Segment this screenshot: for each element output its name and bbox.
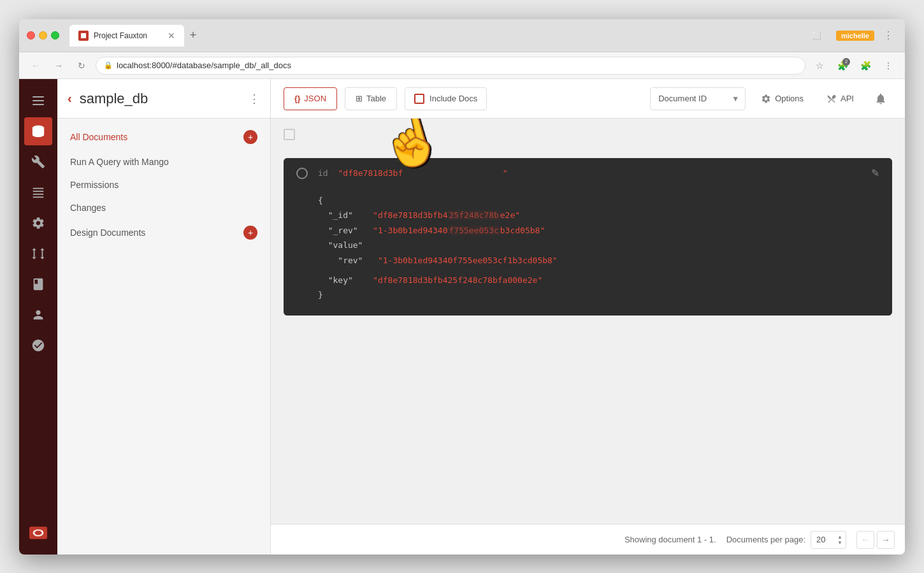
document-body: { "_id" "df8e7818d3bfb425f248c78be2e" "_… (284, 188, 892, 316)
json-view-button[interactable]: {} JSON (284, 87, 337, 110)
new-tab-button[interactable]: + (184, 27, 202, 45)
sidebar-icon-list[interactable] (24, 178, 52, 207)
edit-document-button[interactable]: ✎ (871, 167, 879, 179)
gear-icon (31, 216, 45, 230)
footer: Showing document 1 - 1. Documents per pa… (271, 524, 905, 555)
sidebar-icon-menu[interactable] (24, 87, 52, 115)
include-docs-label: Include Docs (430, 94, 477, 103)
include-docs-checkbox[interactable] (414, 94, 424, 104)
nav-item-changes-label: Changes (70, 203, 106, 213)
sidebar-icon-docs[interactable] (24, 270, 52, 298)
sidebar-icons (19, 79, 57, 555)
reload-button[interactable]: ↻ (73, 57, 90, 75)
svg-rect-2 (33, 191, 44, 192)
document-select-radio[interactable] (296, 168, 308, 179)
more-options-icon[interactable]: ⋮ (879, 57, 897, 75)
app-container: ‹ sample_db ⋮ All Documents + Run A Quer… (19, 79, 905, 555)
sidebar-icon-database[interactable] (24, 117, 52, 145)
api-button[interactable]: API (819, 87, 862, 110)
close-button[interactable] (27, 31, 35, 40)
toolbar-right: Options API (753, 87, 892, 110)
nav-item-design-docs-label: Design Documents (70, 228, 145, 238)
nav-item-permissions-label: Permissions (70, 180, 119, 190)
content-area: id "df8e7818d3bfb425f248c78bfa000e2e" ✎ … (271, 119, 905, 524)
address-text: localhost:8000/#database/sample_db/_all_… (117, 61, 291, 70)
select-all-checkbox[interactable] (284, 129, 295, 140)
tab-favicon (78, 31, 89, 41)
tab-title: Project Fauxton (94, 31, 147, 40)
list-icon (31, 185, 45, 199)
nav-item-run-query-label: Run A Query with Mango (70, 157, 169, 167)
showing-documents-text: Showing document 1 - 1. (624, 535, 716, 544)
include-docs-button[interactable]: Include Docs (405, 87, 487, 110)
browser-titlebar: Project Fauxton ✕ + ⬜ michelle ⋮ (19, 19, 905, 52)
json-button-label: JSON (304, 94, 326, 103)
svg-rect-3 (33, 194, 44, 195)
doc-id-dropdown-wrapper: Document ID Created Date Modified Date ▼ (650, 87, 746, 110)
sidebar-icon-tools[interactable] (24, 148, 52, 176)
table-icon: ⊞ (356, 94, 363, 103)
sidebar-icon-replication[interactable] (24, 240, 52, 268)
per-page-label: Documents per page: (726, 535, 805, 544)
prev-page-button[interactable]: ← (856, 531, 874, 549)
options-button[interactable]: Options (753, 87, 811, 110)
sidebar-icon-couchdb[interactable] (24, 519, 52, 547)
minimize-button[interactable] (39, 31, 47, 40)
chrome-extension-icon[interactable]: 🧩 (856, 57, 874, 75)
doc-id-sort-dropdown[interactable]: Document ID Created Date Modified Date (650, 87, 746, 110)
browser-menu-icon[interactable]: ⋮ (879, 27, 897, 45)
back-to-databases-button[interactable]: ‹ (68, 91, 72, 106)
doc-id-text: id "df8e7818d3bfb425f248c78bfa000e2e" (318, 168, 508, 178)
nav-item-permissions[interactable]: Permissions (57, 173, 270, 196)
arrows-icon (31, 247, 45, 261)
doc-field-key: "key" "df8e7818d3bfb425f248c78bfa000e2e" (318, 273, 879, 287)
browser-nav: ← → ↻ 🔒 localhost:8000/#database/sample_… (19, 52, 905, 79)
db-sidebar: ‹ sample_db ⋮ All Documents + Run A Quer… (57, 79, 271, 555)
forward-button[interactable]: → (50, 57, 68, 75)
nav-item-all-documents[interactable]: All Documents + (57, 124, 270, 150)
address-bar[interactable]: 🔒 localhost:8000/#database/sample_db/_al… (96, 57, 805, 75)
maximize-button[interactable] (51, 31, 59, 40)
document-card: id "df8e7818d3bfb425f248c78bfa000e2e" ✎ … (284, 158, 892, 316)
nav-item-run-query[interactable]: Run A Query with Mango (57, 150, 270, 173)
table-view-button[interactable]: ⊞ Table (345, 87, 397, 110)
sidebar-icon-user[interactable] (24, 301, 52, 329)
next-page-button[interactable]: → (877, 531, 895, 549)
notifications-button[interactable] (869, 87, 892, 110)
api-icon (827, 94, 837, 104)
api-label: API (841, 94, 854, 103)
tab-bar: Project Fauxton ✕ + (69, 25, 803, 47)
svg-rect-4 (33, 196, 44, 198)
options-icon (761, 94, 771, 104)
user-badge[interactable]: michelle (836, 31, 874, 41)
window-restore-icon[interactable]: ⬜ (808, 27, 826, 45)
database-icon (31, 124, 45, 138)
bookmark-icon[interactable]: ☆ (811, 57, 828, 75)
doc-field-id: "_id" "df8e7818d3bfb425f248c78be2e" (318, 208, 879, 222)
doc-field-rev: "_rev" "1-3b0b1ed94340f755ee053cb3cd05b8… (318, 223, 879, 238)
nav-item-all-documents-label: All Documents (70, 132, 127, 142)
nav-item-design-docs[interactable]: Design Documents + (57, 219, 270, 246)
per-page-section: Documents per page: 20 50 100 ▲ ▼ (726, 531, 846, 549)
browser-tab[interactable]: Project Fauxton ✕ (69, 25, 184, 47)
add-document-button[interactable]: + (243, 130, 257, 144)
user-icon (31, 308, 45, 322)
tab-close-button[interactable]: ✕ (168, 31, 175, 41)
nav-item-changes[interactable]: Changes (57, 196, 270, 219)
sidebar-icon-verify[interactable] (24, 331, 52, 359)
svg-point-7 (34, 531, 41, 535)
db-context-menu-button[interactable]: ⋮ (249, 92, 260, 106)
doc-id-label: id (318, 168, 328, 178)
db-name-label: sample_db (80, 91, 241, 107)
lock-icon: 🔒 (104, 61, 113, 69)
json-icon: {} (294, 94, 300, 103)
extension-icon[interactable]: 🧩 2 (834, 57, 851, 75)
back-button[interactable]: ← (27, 57, 45, 75)
options-label: Options (775, 94, 804, 103)
book-icon (31, 277, 45, 291)
pagination-buttons: ← → (856, 531, 895, 549)
add-design-doc-button[interactable]: + (243, 226, 257, 240)
doc-brace-open: { (318, 193, 879, 208)
sidebar-icon-settings[interactable] (24, 209, 52, 237)
per-page-dropdown[interactable]: 20 50 100 (811, 531, 846, 549)
